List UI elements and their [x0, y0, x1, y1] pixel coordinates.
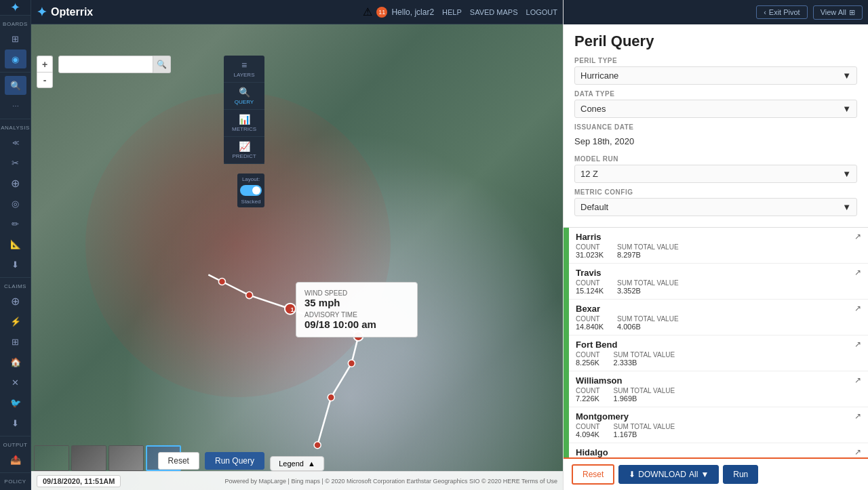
download-icon: ⬇ [629, 470, 635, 479]
boards-label: Boards [3, 18, 28, 28]
result-metrics: COUNT7.226K SUM TOTAL VALUE1.969B [576, 387, 675, 403]
saved-maps-link[interactable]: SAVED MAPS [470, 8, 518, 16]
result-name: Fort Bend [576, 340, 675, 350]
result-item[interactable]: Bexar COUNT14.840K SUM TOTAL VALUE4.006B… [569, 300, 868, 335]
results-reset-button[interactable]: Reset [572, 464, 614, 485]
logo-icon: ✦ [10, 0, 20, 15]
map-reset-button[interactable]: Reset [158, 452, 199, 470]
main-map-area: ✦ Opterrix ⚠ 11 Hello, jclar2 HELP SAVED… [31, 0, 563, 490]
result-item[interactable]: Montgomery COUNT4.094K SUM TOTAL VALUE1.… [569, 407, 868, 443]
sidebar-btn-output[interactable]: 📤 [5, 450, 26, 469]
peril-type-select[interactable]: Hurricane ▼ [574, 66, 857, 85]
layers-label: LAYERS [234, 72, 255, 78]
sidebar-btn-more[interactable]: ⋯ [5, 96, 26, 115]
data-type-select[interactable]: Cones ▼ [574, 100, 857, 118]
peril-query-form: Peril Query PERIL TYPE Hurricane ▼ DATA … [564, 24, 868, 228]
sidebar-btn-search[interactable]: 🔍 [5, 76, 26, 95]
wind-speed-row: WIND SPEED 35 mph [304, 289, 409, 308]
metric-config-chevron: ▼ [842, 202, 851, 212]
sidebar-btn-claims-5[interactable]: ✕ [5, 373, 26, 392]
stacked-label: Stacked [241, 199, 261, 205]
right-panel: ‹ Exit Pivot View All ⊞ Peril Query PERI… [563, 0, 868, 490]
layers-button[interactable]: ≡ LAYERS [224, 56, 264, 83]
sidebar-btn-boards-dot[interactable]: ◉ [5, 49, 26, 68]
result-count: COUNT8.256K [576, 351, 600, 367]
help-link[interactable]: HELP [442, 8, 462, 16]
sidebar-btn-analysis-2[interactable]: ✂ [5, 153, 26, 172]
chevron-left-icon: ‹ [764, 8, 766, 16]
sidebar-btn-claims-1[interactable]: ⊕ [5, 291, 26, 310]
download-button[interactable]: ⬇ DOWNLOAD All ▼ [618, 465, 719, 484]
sidebar-btn-claims-3[interactable]: ⊞ [5, 332, 26, 351]
sidebar-btn-analysis-5[interactable]: ✏ [5, 214, 26, 233]
sidebar-btn-claims-4[interactable]: 🏠 [5, 352, 26, 371]
metric-config-row: METRIC CONFIG Default ▼ [574, 188, 857, 216]
left-sidebar: ✦ Boards ⊞ ◉ 🔍 ⋯ Analysis ≪ ✂ ⊕ ◎ ✏ 📐 ⬇ … [0, 0, 31, 490]
zoom-out-button[interactable]: - [37, 72, 53, 88]
run-button[interactable]: Run [723, 465, 758, 484]
download-sub: All [689, 470, 698, 479]
view-all-button[interactable]: View All ⊞ [813, 5, 863, 20]
issuance-date-row: ISSUANCE DATE Sep 18th, 2020 [574, 123, 857, 150]
sidebar-btn-claims-6[interactable]: 🐦 [5, 393, 26, 412]
sidebar-btn-boards-grid[interactable]: ⊞ [5, 29, 26, 48]
result-metrics: COUNT4.094K SUM TOTAL VALUE1.167B [576, 423, 675, 438]
thumbnail-2[interactable] [71, 445, 106, 471]
data-type-row: DATA TYPE Cones ▼ [574, 90, 857, 118]
result-item[interactable]: Williamson COUNT7.226K SUM TOTAL VALUE1.… [569, 371, 868, 407]
sidebar-btn-analysis-7[interactable]: ⬇ [5, 255, 26, 274]
result-item[interactable]: Fort Bend COUNT8.256K SUM TOTAL VALUE2.3… [569, 335, 868, 371]
predict-button[interactable]: 📈 PREDICT [224, 137, 264, 164]
exit-pivot-button[interactable]: ‹ Exit Pivot [756, 5, 808, 19]
result-sum: SUM TOTAL VALUE3.352B [617, 279, 679, 295]
zoom-in-button[interactable]: + [37, 56, 53, 72]
map-search-button[interactable]: 🔍 [153, 56, 171, 73]
alert-icon: ⚠ [363, 5, 372, 18]
result-metrics: COUNT8.256K SUM TOTAL VALUE2.333B [576, 351, 675, 367]
results-section: Harris COUNT31.023K SUM TOTAL VALUE8.297… [564, 228, 868, 457]
result-item[interactable]: Harris COUNT31.023K SUM TOTAL VALUE8.297… [569, 228, 868, 264]
query-icon: 🔍 [239, 87, 250, 98]
map-run-query-button[interactable]: Run Query [205, 452, 264, 470]
result-item[interactable]: Travis COUNT15.124K SUM TOTAL VALUE3.352… [569, 264, 868, 300]
sidebar-btn-policy-1[interactable]: 🛡 [5, 487, 26, 490]
advisory-time-value: 09/18 10:00 am [304, 319, 409, 330]
result-sum: SUM TOTAL VALUE1.969B [614, 387, 675, 403]
map-search-input[interactable] [58, 56, 153, 73]
map-legend[interactable]: Legend ▲ [270, 456, 324, 471]
app-logo-icon: ✦ [37, 5, 47, 20]
result-arrow-icon: ↗ [854, 375, 861, 385]
map-canvas[interactable]: 1 1 + - 🔍 ≡ LAYERS 🔍 QUERY 📊 METRIC [31, 24, 563, 490]
sidebar-btn-claims-7[interactable]: ⬇ [5, 413, 26, 432]
result-name: Harris [576, 232, 679, 242]
issuance-date-value: Sep 18th, 2020 [574, 133, 857, 150]
query-button[interactable]: 🔍 QUERY [224, 83, 264, 110]
result-item[interactable]: Hidalgo COUNT3.152K SUM TOTAL VALUE1.308… [569, 443, 868, 457]
sidebar-btn-analysis-3[interactable]: ⊕ [5, 173, 26, 192]
result-sum: SUM TOTAL VALUE8.297B [617, 243, 679, 259]
result-name: Montgomery [576, 411, 675, 422]
sidebar-btn-analysis-6[interactable]: 📐 [5, 234, 26, 253]
sidebar-btn-analysis-1[interactable]: ≪ [5, 133, 26, 152]
map-background [31, 24, 563, 490]
predict-label: PREDICT [232, 153, 256, 159]
layers-icon: ≡ [241, 60, 247, 70]
peril-type-value: Hurricane [580, 70, 618, 81]
layout-toggle-switch[interactable] [240, 185, 262, 196]
result-count: COUNT14.840K [576, 315, 604, 331]
metric-config-select[interactable]: Default ▼ [574, 198, 857, 216]
thumbnail-1[interactable] [34, 445, 69, 471]
metrics-button[interactable]: 📊 METRICS [224, 110, 264, 137]
logout-link[interactable]: LOGOUT [526, 8, 557, 16]
model-run-select[interactable]: 12 Z ▼ [574, 165, 857, 183]
sidebar-section-query: 🔍 ⋯ [0, 73, 31, 119]
data-type-label: DATA TYPE [574, 90, 857, 98]
result-sum: SUM TOTAL VALUE1.167B [614, 423, 675, 438]
sidebar-btn-claims-2[interactable]: ⚡ [5, 312, 26, 331]
model-run-label: MODEL RUN [574, 155, 857, 163]
thumbnail-3[interactable] [108, 445, 144, 471]
model-run-chevron: ▼ [842, 169, 851, 179]
advisory-time-label: ADVISORY TIME [304, 311, 409, 319]
result-arrow-icon: ↗ [854, 411, 861, 421]
sidebar-btn-analysis-4[interactable]: ◎ [5, 194, 26, 213]
